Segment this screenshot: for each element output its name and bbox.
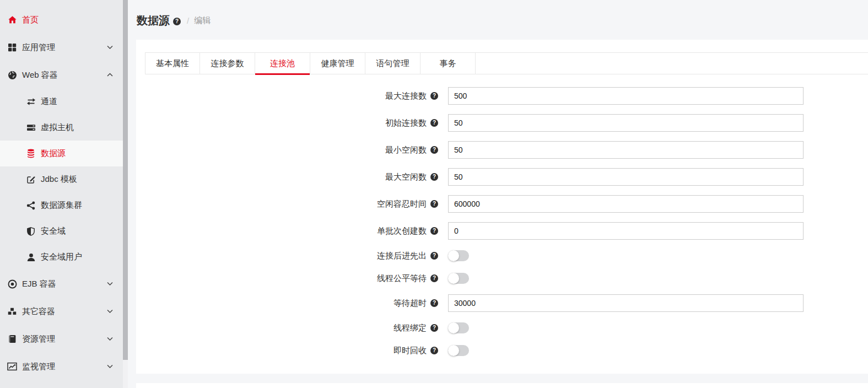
field-label: 等待超时 bbox=[393, 298, 427, 309]
sidebar-item-label: 首页 bbox=[22, 15, 39, 25]
sidebar-item-label: 资源管理 bbox=[22, 334, 55, 344]
home-icon bbox=[7, 15, 17, 25]
help-icon[interactable]: ? bbox=[430, 227, 438, 235]
server-icon bbox=[26, 123, 36, 133]
sidebar-item-label: 通道 bbox=[41, 96, 57, 107]
max-idle-input[interactable] bbox=[448, 168, 804, 186]
sidebar-item-monitoring-management[interactable]: 监视管理 bbox=[0, 353, 128, 380]
max-connections-input[interactable] bbox=[448, 87, 804, 105]
sidebar-item-app-management[interactable]: 应用管理 bbox=[0, 34, 128, 61]
tab-basic-properties[interactable]: 基本属性 bbox=[145, 53, 200, 74]
wait-timeout-input[interactable] bbox=[448, 294, 804, 312]
help-icon[interactable]: ? bbox=[430, 92, 438, 100]
main-content: 数据源 ? / 编辑 基本属性 连接参数 连接池 健康管理 语句管理 事务 最大… bbox=[128, 0, 868, 388]
form-row-thread-binding: 线程绑定? bbox=[145, 321, 868, 335]
field-label: 线程绑定 bbox=[393, 323, 427, 333]
grid-icon bbox=[7, 42, 17, 52]
tab-health-management[interactable]: 健康管理 bbox=[310, 53, 365, 74]
sidebar-item-label: 其它容器 bbox=[22, 306, 55, 317]
cubes-icon bbox=[7, 306, 17, 316]
sidebar-item-label: 安全域用户 bbox=[41, 252, 82, 262]
sidebar-item-label: EJB 容器 bbox=[22, 279, 56, 289]
content-card: 基本属性 连接参数 连接池 健康管理 语句管理 事务 最大连接数? 初始连接数?… bbox=[136, 40, 868, 374]
form-row-lifo-connection: 连接后进先出? bbox=[145, 249, 868, 262]
field-label: 最大空闲数 bbox=[385, 172, 427, 182]
sidebar-item-datasource-cluster[interactable]: 数据源集群 bbox=[0, 192, 128, 218]
sidebar-menu: 首页 应用管理 Web 容器 通道 bbox=[0, 0, 128, 380]
sidebar-item-virtual-host[interactable]: 虚拟主机 bbox=[0, 115, 128, 141]
instant-recycle-toggle-off[interactable] bbox=[448, 345, 469, 356]
tab-transaction[interactable]: 事务 bbox=[420, 53, 476, 74]
help-icon[interactable]: ? bbox=[430, 274, 438, 282]
sidebar-item-jdbc-template[interactable]: Jdbc 模板 bbox=[0, 166, 128, 192]
breadcrumb-current: 编辑 bbox=[194, 15, 211, 26]
sidebar-item-datasource[interactable]: 数据源 bbox=[0, 141, 123, 166]
form-row-thread-fair-wait: 线程公平等待? bbox=[145, 272, 868, 285]
tab-statement-management[interactable]: 语句管理 bbox=[365, 53, 420, 74]
form-row-wait-timeout: 等待超时? bbox=[145, 294, 868, 312]
min-idle-input[interactable] bbox=[448, 141, 804, 159]
chevron-down-icon bbox=[107, 282, 113, 286]
next-section-card bbox=[136, 383, 868, 388]
field-label: 连接后进先出 bbox=[377, 251, 427, 261]
help-icon[interactable]: ? bbox=[430, 146, 438, 154]
help-icon[interactable]: ? bbox=[430, 173, 438, 181]
lifo-toggle-off[interactable] bbox=[448, 250, 469, 261]
chevron-up-icon bbox=[107, 73, 113, 77]
initial-connections-input[interactable] bbox=[448, 114, 804, 132]
help-icon[interactable]: ? bbox=[430, 324, 438, 332]
sidebar-item-web-container[interactable]: Web 容器 bbox=[0, 61, 128, 89]
sidebar-item-security-domain-users[interactable]: 安全域用户 bbox=[0, 244, 128, 270]
help-icon[interactable]: ? bbox=[173, 18, 181, 25]
sidebar-item-security-domain[interactable]: 安全域 bbox=[0, 218, 128, 244]
form-row-idle-tolerance-time: 空闲容忍时间? bbox=[145, 195, 868, 213]
book-icon bbox=[7, 334, 17, 344]
chevron-down-icon bbox=[107, 45, 113, 50]
sidebar-item-other-containers[interactable]: 其它容器 bbox=[0, 298, 128, 325]
field-label: 最小空闲数 bbox=[385, 145, 427, 155]
sidebar: 首页 应用管理 Web 容器 通道 bbox=[0, 0, 128, 388]
batch-create-input[interactable] bbox=[448, 222, 804, 240]
field-label: 单批次创建数 bbox=[377, 226, 427, 236]
exchange-arrows-icon bbox=[26, 97, 36, 107]
tab-bar: 基本属性 连接参数 连接池 健康管理 语句管理 事务 bbox=[145, 52, 868, 74]
chevron-down-icon bbox=[107, 309, 113, 314]
sidebar-item-ejb-container[interactable]: EJB 容器 bbox=[0, 270, 128, 298]
help-icon[interactable]: ? bbox=[430, 347, 438, 354]
field-label: 最大连接数 bbox=[385, 91, 427, 101]
page-title: 数据源 bbox=[137, 13, 170, 28]
globe-icon bbox=[7, 70, 17, 80]
sidebar-item-label: 虚拟主机 bbox=[41, 122, 74, 133]
sidebar-scrollbar-track[interactable] bbox=[123, 0, 128, 388]
form-row-instant-recycle: 即时回收? bbox=[145, 344, 868, 357]
form-row-batch-create-count: 单批次创建数? bbox=[145, 222, 868, 240]
help-icon[interactable]: ? bbox=[430, 299, 438, 307]
help-icon[interactable]: ? bbox=[430, 200, 438, 208]
circle-dot-icon bbox=[7, 279, 17, 289]
idle-tolerance-input[interactable] bbox=[448, 195, 804, 213]
line-chart-icon bbox=[7, 362, 17, 371]
field-label: 初始连接数 bbox=[385, 118, 427, 128]
sidebar-item-channel[interactable]: 通道 bbox=[0, 89, 128, 115]
user-icon bbox=[26, 252, 36, 262]
help-icon[interactable]: ? bbox=[430, 252, 438, 260]
sidebar-item-label: 安全域 bbox=[41, 226, 66, 236]
sidebar-item-label: Web 容器 bbox=[22, 70, 58, 80]
form-row-max-idle: 最大空闲数? bbox=[145, 168, 868, 186]
share-icon bbox=[26, 201, 36, 211]
form-row-initial-connections: 初始连接数? bbox=[145, 114, 868, 132]
help-icon[interactable]: ? bbox=[430, 119, 438, 127]
sidebar-item-home[interactable]: 首页 bbox=[0, 6, 128, 34]
sidebar-scrollbar-thumb[interactable] bbox=[123, 0, 128, 360]
thread-binding-toggle-off[interactable] bbox=[448, 322, 469, 333]
field-label: 即时回收 bbox=[393, 346, 427, 356]
breadcrumb-separator: / bbox=[187, 16, 189, 25]
form-row-min-idle: 最小空闲数? bbox=[145, 141, 868, 159]
sidebar-item-label: Jdbc 模板 bbox=[41, 174, 77, 185]
connection-pool-form: 最大连接数? 初始连接数? 最小空闲数? 最大空闲数? 空闲容忍时间? 单批次创 bbox=[145, 87, 868, 357]
chevron-down-icon bbox=[107, 364, 113, 369]
tab-connection-params[interactable]: 连接参数 bbox=[200, 53, 255, 74]
sidebar-item-resource-management[interactable]: 资源管理 bbox=[0, 325, 128, 353]
fair-wait-toggle-off[interactable] bbox=[448, 273, 469, 284]
tab-connection-pool[interactable]: 连接池 bbox=[255, 53, 310, 74]
